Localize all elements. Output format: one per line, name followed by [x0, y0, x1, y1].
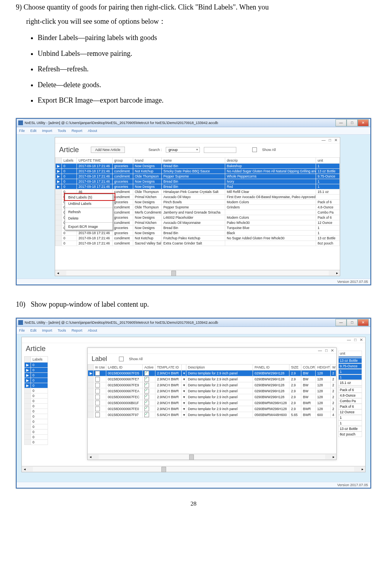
- table-row[interactable]: ▶0: [25, 372, 48, 378]
- template-dropdown-icon[interactable]: ▾: [183, 413, 185, 417]
- in-use-checkbox[interactable]: [95, 401, 100, 405]
- table-row[interactable]: 0: [25, 393, 48, 398]
- menu-report[interactable]: Report: [72, 328, 82, 332]
- table-row[interactable]: ▶0: [25, 362, 48, 367]
- menu-edit[interactable]: Edit: [31, 129, 37, 133]
- menu-file[interactable]: File: [19, 129, 25, 133]
- active-checkbox[interactable]: [144, 371, 149, 376]
- label-grid[interactable]: In UseLABEL IDActiveTEMPLATE IDDescripti…: [88, 364, 336, 418]
- search-field-combo[interactable]: group: [166, 147, 200, 153]
- article-col-header[interactable]: Labels: [62, 157, 77, 163]
- template-dropdown-icon[interactable]: ▾: [183, 407, 185, 411]
- ctx-bind-labels[interactable]: Bind Labels (5): [65, 194, 113, 200]
- menu-import[interactable]: Import: [42, 328, 52, 332]
- menu-tools[interactable]: Tools: [58, 129, 66, 133]
- table-row[interactable]: 02017-09-18 17:21:46groceriesNow Designs…: [56, 230, 340, 235]
- sub-max-icon[interactable]: □: [354, 338, 356, 342]
- close-button[interactable]: ✕: [358, 319, 369, 326]
- label-col-header[interactable]: In Use: [94, 364, 106, 370]
- in-use-checkbox[interactable]: [95, 389, 100, 393]
- template-dropdown-icon[interactable]: ▾: [183, 395, 185, 399]
- article-col-header[interactable]: UPDATE TIME: [77, 157, 113, 163]
- active-checkbox[interactable]: [144, 389, 149, 393]
- article-col-header[interactable]: group: [113, 157, 133, 163]
- article-col-header[interactable]: name: [162, 157, 225, 163]
- article-col-header[interactable]: descrip: [225, 157, 316, 163]
- sub-close-icon[interactable]: ✕: [334, 138, 337, 142]
- table-row[interactable]: ▶02017-09-18 17:21:46condimentOlde Thomp…: [56, 174, 340, 179]
- template-dropdown-icon[interactable]: ▾: [183, 389, 185, 393]
- sub-min-icon[interactable]: —: [318, 348, 322, 353]
- label-col-header[interactable]: LABEL ID: [106, 364, 143, 370]
- label-col-header[interactable]: [88, 364, 94, 370]
- active-checkbox[interactable]: [144, 407, 149, 411]
- minimize-button[interactable]: —: [335, 119, 347, 126]
- table-row[interactable]: ▶00158D0000667FD52.9INCH BWR▾Demo templa…: [88, 370, 336, 376]
- active-checkbox[interactable]: [144, 412, 149, 417]
- table-row[interactable]: ▶0: [25, 383, 48, 388]
- sub-max-icon[interactable]: □: [325, 348, 328, 353]
- article-h-scrollbar[interactable]: ◂ ▸: [22, 466, 365, 472]
- menu-import[interactable]: Import: [42, 129, 52, 133]
- table-row[interactable]: 0: [25, 434, 48, 439]
- article-col-header[interactable]: brand: [133, 157, 162, 163]
- active-checkbox[interactable]: [144, 401, 149, 405]
- close-button[interactable]: ✕: [358, 119, 369, 126]
- table-row[interactable]: ▶02017-09-18 17:21:46condimentNot Ketchu…: [56, 168, 340, 174]
- in-use-checkbox[interactable]: [95, 377, 100, 382]
- sub-close-icon[interactable]: ✕: [360, 338, 363, 342]
- template-dropdown-icon[interactable]: ▾: [183, 383, 185, 387]
- table-row[interactable]: 0: [25, 419, 48, 424]
- table-row[interactable]: 00158D000006B01F2.9INCH BWR▾Demo templat…: [88, 400, 336, 406]
- label-col-header[interactable]: HEIGHT: [316, 364, 331, 370]
- table-row[interactable]: 0: [25, 398, 48, 403]
- label-col-header[interactable]: Active: [143, 364, 155, 370]
- template-dropdown-icon[interactable]: ▾: [183, 377, 185, 381]
- in-use-checkbox[interactable]: [95, 371, 100, 376]
- active-checkbox[interactable]: [144, 395, 149, 399]
- table-row[interactable]: 02017-09-18 17:21:46condimentNot Ketchup…: [56, 235, 340, 241]
- in-use-checkbox[interactable]: [95, 412, 100, 417]
- table-row[interactable]: 0: [25, 409, 48, 414]
- sub-close-icon[interactable]: ✕: [331, 348, 334, 353]
- table-row[interactable]: 00158D0000667FE72.9INCH BWR▾Demo templat…: [88, 376, 336, 382]
- label-col-header[interactable]: SIZE: [289, 364, 301, 370]
- menu-file[interactable]: File: [19, 328, 25, 332]
- template-dropdown-icon[interactable]: ▾: [183, 401, 185, 405]
- table-row[interactable]: 00158D0000667FE92.9INCH BWR▾Demo templat…: [88, 382, 336, 388]
- table-row[interactable]: 00158D0000667FE02.9INCH BWR▾Demo templat…: [88, 406, 336, 412]
- ctx-unbind-labels[interactable]: UnBind Labels: [65, 200, 113, 207]
- table-row[interactable]: 0: [25, 429, 48, 434]
- in-use-checkbox[interactable]: [95, 395, 100, 399]
- article-col-header[interactable]: unit: [316, 157, 340, 163]
- menu-about[interactable]: About: [88, 129, 98, 133]
- label-col-header[interactable]: [182, 364, 186, 370]
- label-col-header[interactable]: PANEL ID: [253, 364, 289, 370]
- table-row[interactable]: ▶0: [25, 378, 48, 383]
- template-dropdown-icon[interactable]: ▾: [183, 371, 185, 375]
- label-h-scrollbar[interactable]: ◂ ▸: [88, 454, 336, 460]
- show-all-checkbox[interactable]: [252, 147, 257, 152]
- menu-edit[interactable]: Edit: [31, 328, 37, 332]
- minimize-button[interactable]: —: [335, 319, 347, 326]
- menu-tools[interactable]: Tools: [58, 328, 66, 332]
- active-checkbox[interactable]: [144, 383, 149, 388]
- table-row[interactable]: ▶02017-09-18 17:21:46groceriesNow Design…: [56, 179, 340, 184]
- menu-about[interactable]: About: [88, 328, 98, 332]
- sub-min-icon[interactable]: —: [322, 138, 326, 142]
- search-input[interactable]: [204, 147, 236, 153]
- table-row[interactable]: 0: [25, 424, 48, 429]
- table-row[interactable]: ▶0: [25, 367, 48, 372]
- article-col-header[interactable]: [56, 157, 62, 163]
- menu-report[interactable]: Report: [72, 129, 82, 133]
- table-row[interactable]: 00158D0000667F975.6INCH BWR▾Demo templat…: [88, 412, 336, 418]
- table-row[interactable]: ▶02017-09-18 17:21:46groceriesNow Design…: [56, 184, 340, 189]
- maximize-button[interactable]: □: [347, 319, 358, 326]
- maximize-button[interactable]: □: [347, 119, 358, 126]
- in-use-checkbox[interactable]: [95, 383, 100, 388]
- sub-min-icon[interactable]: —: [347, 338, 351, 342]
- label-col-header[interactable]: W: [331, 364, 336, 370]
- active-checkbox[interactable]: [144, 377, 149, 382]
- table-row[interactable]: 0: [25, 403, 48, 409]
- table-row[interactable]: 02017-09-18 17:21:46condimentSacred Vall…: [56, 241, 340, 246]
